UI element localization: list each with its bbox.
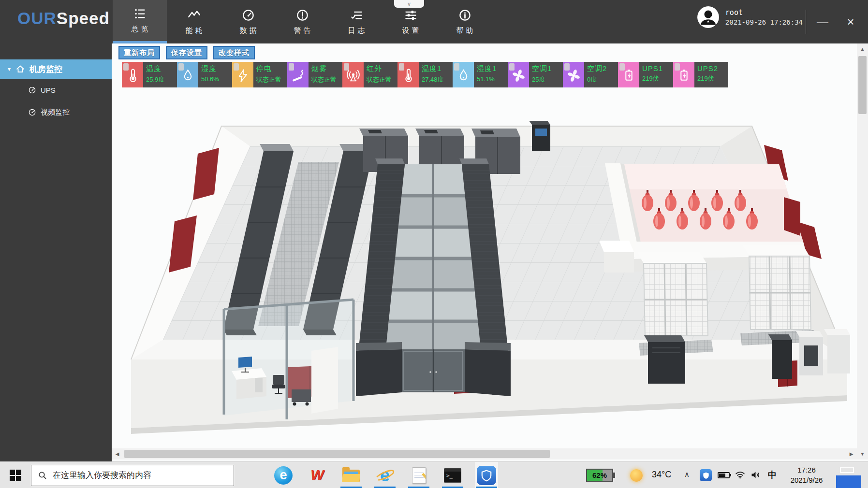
alert-icon: [296, 9, 309, 22]
drag-handle: [344, 63, 349, 71]
screen: OURSpeed 总览 能耗 数据 警告 日志: [0, 0, 868, 488]
logo-our: OUR: [17, 9, 57, 28]
sidebar-item-room-monitoring[interactable]: ▾ 机房监控: [0, 59, 112, 79]
tab-label: 帮助: [456, 26, 476, 35]
taskbar-app-security-center[interactable]: [475, 462, 498, 488]
tab-data[interactable]: 数据: [221, 0, 275, 43]
datacenter-3d-scene: [112, 82, 857, 444]
sliders-icon: [404, 9, 417, 22]
tab-label: 能耗: [186, 26, 205, 35]
windows-taskbar: e W e >_ 62% 34°C ∧ 中 17:26 2021/9/: [0, 461, 868, 488]
sensor-name: 烟雾: [311, 64, 342, 73]
sensor-value: 50.6%: [201, 75, 232, 83]
relayout-button[interactable]: 重新布局: [118, 46, 160, 59]
ime-indicator[interactable]: 中: [768, 469, 777, 481]
search-input[interactable]: [53, 471, 212, 480]
taskbar-search[interactable]: [31, 465, 234, 486]
change-style-button[interactable]: 改变样式: [213, 46, 255, 59]
weather-temperature[interactable]: 34°C: [652, 470, 671, 480]
windows-logo-icon: [10, 470, 21, 481]
clock-date: 2021/9/26: [783, 475, 830, 485]
drag-handle: [123, 63, 129, 71]
energy-pulse-icon: [188, 9, 201, 22]
battery-percent: 62%: [587, 471, 612, 479]
vertical-scrollbar[interactable]: ▲ ▼: [857, 43, 868, 459]
taskbar-app-internet-explorer[interactable]: e: [373, 462, 397, 488]
taskbar-app-edge[interactable]: e: [272, 462, 295, 488]
shield-icon: [477, 466, 496, 485]
drag-handle: [564, 63, 570, 71]
username: root: [725, 8, 803, 17]
drag-handle: [675, 63, 680, 71]
taskbar-app-notepad[interactable]: [407, 462, 430, 488]
scroll-down-arrow-icon[interactable]: ▼: [857, 448, 868, 459]
wifi-icon[interactable]: [735, 471, 745, 479]
battery-level-badge[interactable]: 62%: [586, 469, 613, 482]
sensor-name: 红外: [367, 64, 397, 73]
taskbar-app-terminal[interactable]: >_: [441, 462, 464, 488]
notification-window-body: [836, 475, 861, 488]
tab-label: 设置: [402, 26, 422, 35]
sensor-name: 温度1: [422, 64, 453, 73]
internet-explorer-icon: e: [375, 465, 395, 486]
speaker-icon[interactable]: [750, 471, 761, 479]
notepad-icon: [412, 467, 426, 484]
user-area[interactable]: root 2021-09-26 17:26:34: [697, 6, 803, 29]
taskbar-app-wps[interactable]: W: [306, 462, 329, 488]
tray-shield-icon[interactable]: [700, 469, 712, 481]
sensor-name: 温度: [146, 64, 177, 73]
sensor-name: 湿度1: [477, 64, 508, 73]
overview-list-icon: [133, 7, 147, 20]
sensor-name: 空调1: [532, 64, 563, 73]
close-button[interactable]: ×: [838, 0, 863, 43]
scroll-left-arrow-icon[interactable]: ◀: [112, 448, 123, 459]
weather-sun-icon[interactable]: [630, 469, 643, 482]
sidebar-item-video-monitoring[interactable]: 视频监控: [0, 101, 112, 123]
start-button[interactable]: [5, 462, 26, 488]
drag-handle: [289, 63, 294, 71]
scroll-up-arrow-icon[interactable]: ▲: [857, 43, 868, 55]
chevron-down-icon: ∨: [407, 1, 411, 6]
drag-handle: [399, 63, 404, 71]
tab-label: 日志: [348, 26, 368, 35]
edge-icon: e: [274, 466, 293, 485]
tray-battery-icon[interactable]: [718, 472, 730, 478]
drag-handle: [619, 63, 625, 71]
sidebar-item-label: UPS: [41, 86, 56, 94]
main-nav: 总览 能耗 数据 警告 日志 设置: [113, 0, 492, 43]
tray-expand-icon[interactable]: ∧: [684, 470, 690, 479]
navbar-collapse-tab[interactable]: ∨: [394, 0, 424, 8]
caret-down-icon: ▾: [8, 66, 11, 72]
user-info: root 2021-09-26 17:26:34: [725, 6, 803, 29]
sensor-name: 湿度: [201, 64, 232, 73]
sidebar: ▾ 机房监控 UPS 视频监控: [0, 43, 112, 461]
log-list-icon: [350, 9, 363, 22]
sidebar-item-label: 视频监控: [41, 108, 70, 117]
sensor-value: 51.1%: [477, 75, 508, 83]
top-navbar: OURSpeed 总览 能耗 数据 警告 日志: [0, 0, 868, 43]
save-settings-button[interactable]: 保存设置: [166, 46, 207, 59]
horizontal-scroll-thumb[interactable]: [124, 450, 550, 458]
scroll-right-arrow-icon[interactable]: ▶: [846, 448, 857, 459]
tab-logs[interactable]: 日志: [329, 0, 383, 43]
layout-toolbar: 重新布局 保存设置 改变样式: [118, 46, 255, 59]
sidebar-item-ups[interactable]: UPS: [0, 79, 112, 101]
taskbar-app-file-explorer[interactable]: [339, 462, 363, 488]
tab-help[interactable]: 帮助: [438, 0, 492, 43]
divider: [806, 10, 806, 34]
minimize-button[interactable]: —: [810, 0, 835, 43]
tab-energy[interactable]: 能耗: [167, 0, 221, 43]
home-icon: [15, 64, 25, 74]
current-datetime: 2021-09-26 17:26:34: [725, 18, 803, 26]
horizontal-scrollbar[interactable]: ◀ ▶: [112, 448, 857, 459]
gauge-icon: [28, 108, 36, 116]
tab-label: 警告: [294, 26, 313, 35]
vertical-scroll-thumb[interactable]: [858, 56, 867, 114]
drag-handle: [178, 63, 184, 71]
tab-label: 总览: [132, 25, 151, 34]
tab-alerts[interactable]: 警告: [275, 0, 329, 43]
sensor-name: UPS2: [697, 64, 728, 72]
taskbar-clock[interactable]: 17:26 2021/9/26: [783, 465, 830, 485]
tab-overview[interactable]: 总览: [113, 0, 167, 43]
wps-icon: W: [310, 467, 324, 483]
